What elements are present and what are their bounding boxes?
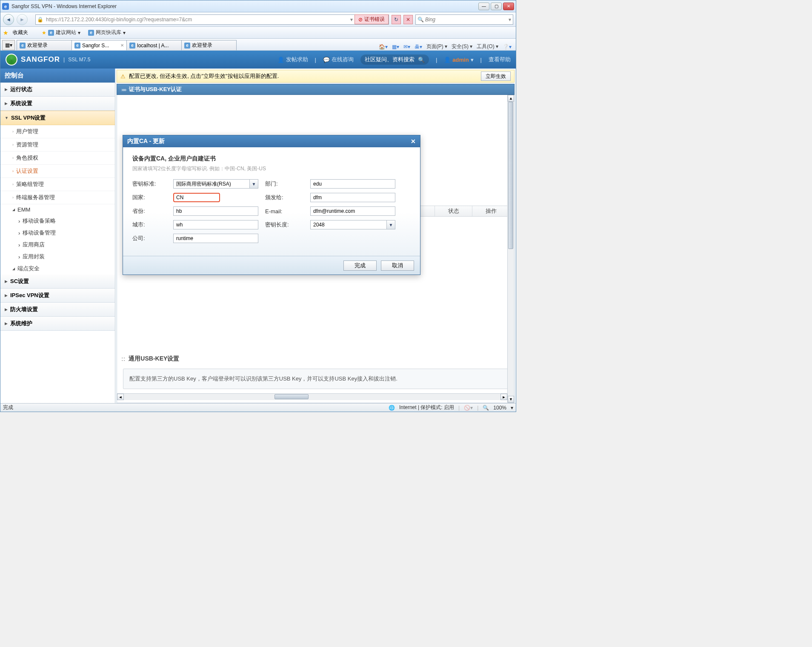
tab-grid-button[interactable]: ▦▾	[2, 40, 15, 50]
tab-3[interactable]: e欢迎登录	[181, 40, 237, 50]
usb-desc: 配置支持第三方的USB Key，客户端登录时可以识别该第三方USB Key，并可…	[123, 369, 508, 389]
globe-icon: 🌐	[389, 405, 395, 411]
tab-2[interactable]: elocalhost | A...	[126, 40, 182, 50]
input-keylen[interactable]	[310, 220, 387, 229]
close-window-button[interactable]: ✕	[503, 3, 514, 10]
sidebar-emm-store[interactable]: ›应用商店	[0, 239, 115, 251]
input-city[interactable]	[173, 220, 258, 229]
dialog-ok-button[interactable]: 完成	[343, 261, 377, 271]
url-input[interactable]	[44, 15, 349, 24]
favorites-label[interactable]: 收藏夹	[13, 29, 28, 36]
dialog-hint: 国家请填写2位长度字母缩写标识. 例如：中国-CN, 美国-US	[132, 165, 411, 172]
stop-button[interactable]: ✕	[403, 15, 413, 24]
alert-text: 配置已更改, 但还未生效, 点击"立即生效"按钮以应用新的配置.	[129, 72, 279, 80]
tabs-row: ▦▾ e欢迎登录 eSangfor S...✕ elocalhost | A..…	[0, 39, 516, 51]
ca-dialog: 内置CA - 更新 ✕ 设备内置CA, 企业用户自建证书 国家请填写2位长度字母…	[123, 135, 420, 275]
minimize-button[interactable]: —	[478, 3, 489, 10]
sidebar-item-users[interactable]: ›用户管理	[0, 125, 115, 138]
search-box[interactable]: 🔍 ▾	[415, 14, 513, 25]
th-op: 操作	[472, 206, 509, 216]
breadcrumb-text: 证书与USB-KEY认证	[129, 86, 182, 93]
sidebar-item-auth[interactable]: ›认证设置	[0, 165, 115, 178]
input-issued[interactable]	[310, 193, 395, 202]
ie-toolbar: 🏠▾ ▦▾ ✉▾ 🖶▾ 页面(P) ▾ 安全(S) ▾ 工具(O) ▾ ❔▾	[379, 43, 514, 50]
sidebar: 控制台 ▶运行状态 ▶系统设置 ▼SSL VPN设置 ›用户管理 ›资源管理 ›…	[0, 69, 115, 403]
search-icon[interactable]: 🔍	[418, 57, 425, 63]
input-company[interactable]	[173, 234, 258, 243]
sidebar-sec-run[interactable]: ▶运行状态	[0, 83, 115, 97]
dialog-close-icon[interactable]: ✕	[411, 138, 416, 145]
dialog-cancel-button[interactable]: 取消	[381, 261, 414, 271]
sidebar-item-resource[interactable]: ›资源管理	[0, 138, 115, 152]
tab-0[interactable]: e欢迎登录	[17, 40, 72, 50]
input-province[interactable]	[173, 206, 258, 216]
dialog-title: 内置CA - 更新	[127, 137, 165, 145]
favorites-star-icon[interactable]: ★	[3, 29, 9, 36]
forward-button[interactable]: ►	[17, 14, 28, 25]
statusbar: 完成 🌐 Internet | 保护模式: 启用 | 🚫▾ | 🔍 100% ▾	[0, 403, 516, 412]
search-input[interactable]	[425, 17, 507, 23]
apply-now-button[interactable]: 立即生效	[481, 72, 511, 81]
tab-1[interactable]: eSangfor S...✕	[71, 40, 127, 50]
refresh-button[interactable]: ↻	[392, 15, 401, 24]
breadcrumb-bar: »» 证书与USB-KEY认证	[117, 84, 515, 95]
community-search[interactable]: 社区疑问、资料搜索 🔍	[360, 54, 429, 65]
select-keylen[interactable]: ▼	[310, 220, 395, 229]
print-icon[interactable]: 🖶▾	[415, 44, 422, 50]
chevron-down-icon[interactable]: ▼	[250, 179, 258, 189]
safety-menu[interactable]: 安全(S) ▾	[452, 43, 472, 50]
post-help-link[interactable]: 👤发帖求助	[277, 56, 308, 63]
sidebar-item-role[interactable]: ›角色授权	[0, 152, 115, 165]
warning-icon: ⚠	[120, 73, 126, 80]
sidebar-sec-maintain[interactable]: ▶系统维护	[0, 317, 115, 331]
tools-menu[interactable]: 工具(O) ▾	[477, 43, 498, 50]
select-keystd[interactable]: ▼	[173, 179, 258, 189]
sidebar-sec-ipsec[interactable]: ▶IPSec VPN设置	[0, 289, 115, 303]
home-icon[interactable]: 🏠▾	[379, 44, 388, 50]
close-tab-icon[interactable]: ✕	[120, 43, 124, 48]
label-country: 国家:	[132, 194, 166, 201]
h-scrollbar[interactable]: ◄►	[117, 393, 507, 400]
label-keystd: 密钥标准:	[132, 180, 166, 188]
sidebar-group-endpoint[interactable]: ◢端点安全	[0, 263, 115, 275]
label-dept: 部门:	[265, 180, 303, 188]
label-city: 城市:	[132, 221, 166, 229]
cert-error[interactable]: ⊘ 证书错误	[355, 14, 389, 24]
input-email[interactable]	[310, 206, 395, 216]
chevron-down-icon[interactable]: ▼	[387, 220, 395, 229]
label-issued: 颁发给:	[265, 194, 303, 201]
view-help-link[interactable]: 查看帮助	[489, 56, 511, 63]
sidebar-sec-sslvpn[interactable]: ▼SSL VPN设置	[0, 111, 115, 125]
sidebar-group-emm[interactable]: ◢EMM	[0, 204, 115, 215]
rss-icon[interactable]: ▦▾	[392, 44, 399, 50]
window-title: Sangfor SSL VPN - Windows Internet Explo…	[11, 3, 478, 9]
sidebar-sec-sc[interactable]: ▶SC设置	[0, 275, 115, 289]
person-icon: 👤	[277, 57, 284, 63]
user-icon: 👤	[444, 57, 451, 63]
user-menu[interactable]: 👤admin▾	[444, 57, 473, 63]
back-button[interactable]: ◄	[3, 14, 14, 25]
input-keystd[interactable]	[173, 179, 250, 189]
sidebar-sec-firewall[interactable]: ▶防火墙设置	[0, 303, 115, 317]
mail-icon[interactable]: ✉▾	[403, 44, 410, 50]
input-country[interactable]	[173, 193, 220, 202]
usb-section-head: ::通用USB-KEY设置	[117, 352, 514, 366]
page-menu[interactable]: 页面(P) ▾	[426, 43, 447, 50]
v-scrollbar[interactable]: ▲▼	[507, 95, 514, 403]
zoom-icon[interactable]: 🔍	[483, 405, 489, 411]
help-icon[interactable]: ❔▾	[503, 44, 512, 50]
maximize-button[interactable]: ▢	[491, 3, 502, 10]
address-bar[interactable]: 🔒 ▾ ⊘ 证书错误	[35, 14, 389, 25]
sidebar-emm-mgmt[interactable]: ›移动设备管理	[0, 227, 115, 239]
sidebar-sec-sys[interactable]: ▶系统设置	[0, 97, 115, 111]
titlebar: e Sangfor SSL VPN - Windows Internet Exp…	[0, 0, 516, 12]
ie-small-icon: e	[48, 30, 54, 36]
input-dept[interactable]	[310, 179, 395, 189]
sidebar-emm-policy[interactable]: ›移动设备策略	[0, 215, 115, 227]
sidebar-item-policy[interactable]: ›策略组管理	[0, 178, 115, 191]
fav-suggest[interactable]: ★ e 建议网站 ▾	[39, 28, 83, 37]
sidebar-emm-wrap[interactable]: ›应用封装	[0, 251, 115, 263]
online-consult-link[interactable]: 💬在线咨询	[323, 56, 354, 63]
sidebar-item-terminal[interactable]: ›终端服务器管理	[0, 191, 115, 204]
fav-quick[interactable]: e 网页快讯库 ▾	[86, 28, 128, 37]
